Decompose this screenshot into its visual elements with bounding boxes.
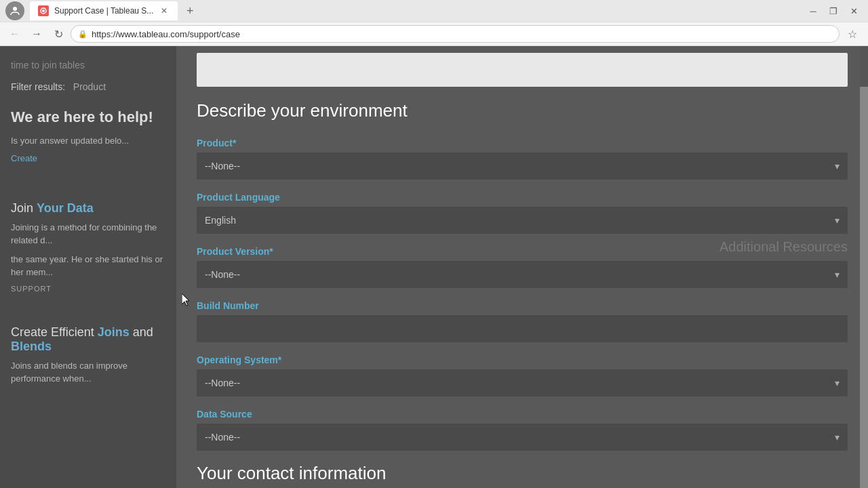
left-panel: time to join tables Filter results: Prod… [0,46,176,488]
secure-icon: 🔒 [78,30,87,39]
data-source-group: Data Source --None-- [197,409,848,451]
build-number-group: Build Number [197,300,848,342]
contact-title: Your contact information [176,463,868,484]
browser-tab[interactable]: Support Case | Tableau S... ✕ [30,1,178,20]
nav-bar: ← → ↻ 🔒 https://www.tableau.com/support/… [0,22,868,46]
product-select[interactable]: --None-- [197,152,848,180]
tab-label: Support Case | Tableau S... [54,6,153,16]
url-text: https://www.tableau.com/support/case [92,29,832,39]
page-wrapper: time to join tables Filter results: Prod… [0,46,868,488]
description-textarea[interactable] [197,53,848,87]
product-group: Product* --None-- [197,138,848,180]
product-language-select-wrapper: English [197,207,848,234]
data-source-label: Data Source [197,409,848,420]
help-body-text: Is your answer updated belo... [11,134,165,148]
right-panel: Describe your environment Product* --Non… [176,46,868,488]
product-version-label: Product Version* [197,246,848,257]
operating-system-group: Operating System* --None-- [197,354,848,396]
tab-favicon [38,5,49,16]
product-version-select-wrapper: --None-- [197,261,848,288]
product-select-wrapper: --None-- [197,152,848,180]
product-label: Product* [197,138,848,148]
address-bar[interactable]: 🔒 https://www.tableau.com/support/case [71,25,840,43]
build-number-label: Build Number [197,300,848,311]
new-tab-button[interactable]: + [180,1,199,20]
tab-close-button[interactable]: ✕ [159,5,170,16]
filter-label: Filter results: Product [11,81,165,92]
close-button[interactable]: ✕ [845,2,863,20]
join-data-body: Joining is a method for combining the re… [11,221,165,247]
svg-point-2 [42,9,45,12]
forward-button[interactable]: → [27,24,46,43]
build-number-input[interactable] [197,315,848,342]
product-language-select[interactable]: English [197,207,848,234]
support-tag: SUPPORT [11,285,165,293]
create-link[interactable]: Create [11,153,165,163]
product-language-group: Product Language English [197,192,848,234]
join-data-title: Join Your Data [11,201,165,216]
restore-button[interactable]: ❐ [825,2,842,20]
operating-system-select[interactable]: --None-- [197,369,848,396]
joins-blends-title: Create Efficient Joins and Blends [11,325,165,354]
product-version-group: Product Version* --None-- [197,246,848,288]
joins-body: Joins and blends can improve performance… [11,359,165,386]
form-section: Describe your environment Product* --Non… [176,100,868,451]
section-title: Describe your environment [197,100,848,121]
svg-point-0 [13,7,17,11]
scrollbar-track[interactable] [860,46,868,488]
account-icon [5,1,24,20]
bookmark-icon[interactable]: ☆ [848,28,857,41]
back-button[interactable]: ← [5,24,24,43]
textarea-area [176,46,868,100]
data-source-select-wrapper: --None-- [197,424,848,451]
title-bar: Support Case | Tableau S... ✕ + ─ ❐ ✕ [0,0,868,22]
join-data-body2: the same year. He or she started his or … [11,253,165,279]
product-language-label: Product Language [197,192,848,203]
product-version-select[interactable]: --None-- [197,261,848,288]
window-controls: ─ ❐ ✕ [804,2,863,20]
operating-system-label: Operating System* [197,354,848,365]
operating-system-select-wrapper: --None-- [197,369,848,396]
search-placeholder-text: time to join tables [11,60,165,70]
help-heading: We are here to help! [11,108,165,126]
refresh-button[interactable]: ↻ [49,24,68,43]
minimize-button[interactable]: ─ [804,2,822,20]
scrollbar-thumb[interactable] [860,46,868,87]
data-source-select[interactable]: --None-- [197,424,848,451]
